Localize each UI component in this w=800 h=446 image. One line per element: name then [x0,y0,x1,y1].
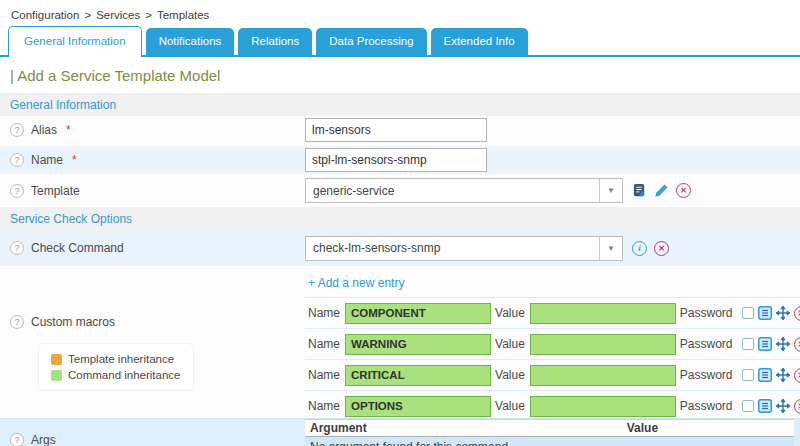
macro-name-label: Name [308,306,340,320]
password-checkbox[interactable] [742,307,754,319]
check-command-label: Check Command [31,241,124,255]
field-row-check-command: ? Check Command check-lm-sensors-snmp ▼ … [0,230,800,268]
delete-macro-icon[interactable]: ✕ [794,337,800,352]
custom-macros-label: Custom macros [31,315,115,329]
argument-column-header: Argument [305,421,491,435]
macro-name-input[interactable] [345,303,491,324]
move-macro-icon[interactable] [776,337,790,351]
template-label: Template [31,184,80,198]
section-service-check-options: Service Check Options [0,207,800,230]
name-label-group: ? Name * [0,153,305,167]
help-icon[interactable]: ? [10,315,24,329]
alias-label-group: ? Alias * [0,123,305,137]
name-label: Name [31,153,63,167]
template-select-value: generic-service [306,184,599,198]
clear-check-command-icon[interactable]: ✕ [654,241,669,256]
template-label-group: ? Template [0,184,305,198]
args-label-group: ? Args [0,419,305,446]
macro-value-input[interactable] [530,396,676,417]
field-row-custom-macros: ? Custom macros Template inheritance Com… [0,268,800,418]
macro-value-label: Value [495,306,525,320]
macro-name-label: Name [308,337,340,351]
tab-bar: General Information Notifications Relati… [0,24,800,57]
macro-password-label: Password [680,368,733,382]
delete-macro-icon[interactable]: ✕ [794,368,800,383]
macro-list-icon[interactable] [758,368,772,382]
args-label: Args [31,433,56,446]
tab-notifications[interactable]: Notifications [146,28,235,56]
command-info-icon[interactable]: i [632,241,647,256]
legend-label: Command inheritance [68,367,181,383]
macro-name-label: Name [308,368,340,382]
command-inheritance-swatch [51,370,62,381]
breadcrumb-configuration[interactable]: Configuration [11,9,79,21]
breadcrumb-services[interactable]: Services [96,9,140,21]
custom-macros-entries: + Add a new entry Name Value Password ✕ … [305,268,800,418]
macro-value-label: Value [495,368,525,382]
move-macro-icon[interactable] [776,368,790,382]
alias-label: Alias [31,123,57,137]
move-macro-icon[interactable] [776,399,790,413]
field-row-template: ? Template generic-service ▼ ✕ [0,176,800,207]
tab-extended-info[interactable]: Extended Info [431,28,528,56]
field-row-name: ? Name * [0,146,800,176]
macro-value-input[interactable] [530,365,676,386]
add-new-entry-link[interactable]: + Add a new entry [305,268,404,297]
macro-name-input[interactable] [345,396,491,417]
macro-value-label: Value [495,399,525,413]
password-checkbox[interactable] [742,338,754,350]
template-list-icon[interactable] [632,183,647,198]
macro-list-icon[interactable] [758,399,772,413]
breadcrumb-separator: > [84,9,91,21]
password-checkbox[interactable] [742,369,754,381]
help-icon[interactable]: ? [10,433,24,446]
name-input[interactable] [305,148,487,172]
chevron-down-icon: ▼ [599,179,622,202]
move-macro-icon[interactable] [776,306,790,320]
macro-value-label: Value [495,337,525,351]
args-table-header: Argument Value [305,419,794,437]
clear-template-icon[interactable]: ✕ [676,183,691,198]
template-actions: ✕ [632,183,691,198]
breadcrumb-templates[interactable]: Templates [157,9,209,21]
help-icon[interactable]: ? [10,153,24,167]
inheritance-legend: Template inheritance Command inheritance [38,343,194,391]
check-command-select-value: check-lm-sensors-snmp [306,241,599,255]
check-command-label-group: ? Check Command [0,241,305,255]
page-title: | Add a Service Template Model [0,57,800,93]
macro-value-input[interactable] [530,334,676,355]
chevron-down-icon: ▼ [599,237,622,260]
tab-data-processing[interactable]: Data Processing [316,28,426,56]
help-icon[interactable]: ? [10,241,24,255]
required-marker: * [72,153,77,167]
field-row-args: ? Args Argument Value No argument found … [0,418,800,446]
tab-general-information[interactable]: General Information [8,26,142,58]
macro-name-input[interactable] [345,334,491,355]
macro-name-label: Name [308,399,340,413]
args-table: Argument Value No argument found for thi… [305,419,794,446]
macro-entry-critical: Name Value Password ✕ [305,359,800,390]
macro-entry-warning: Name Value Password ✕ [305,328,800,359]
macro-name-input[interactable] [345,365,491,386]
template-select[interactable]: generic-service ▼ [305,178,623,203]
args-empty-message: No argument found for this command [305,437,794,446]
help-icon[interactable]: ? [10,184,24,198]
macro-list-icon[interactable] [758,306,772,320]
macro-value-input[interactable] [530,303,676,324]
delete-macro-icon[interactable]: ✕ [794,306,800,321]
tab-relations[interactable]: Relations [238,28,312,56]
check-command-select[interactable]: check-lm-sensors-snmp ▼ [305,236,623,261]
template-inheritance-swatch [51,354,62,365]
legend-template-inheritance: Template inheritance [51,351,181,367]
value-column-header: Value [491,421,794,435]
macro-list-icon[interactable] [758,337,772,351]
macro-entry-options: Name Value Password ✕ [305,390,800,421]
legend-command-inheritance: Command inheritance [51,367,181,383]
help-icon[interactable]: ? [10,123,24,137]
delete-macro-icon[interactable]: ✕ [794,399,800,414]
edit-template-icon[interactable] [654,183,669,198]
alias-input[interactable] [305,118,487,142]
breadcrumb-separator: > [145,9,152,21]
password-checkbox[interactable] [742,400,754,412]
macro-password-label: Password [680,337,733,351]
